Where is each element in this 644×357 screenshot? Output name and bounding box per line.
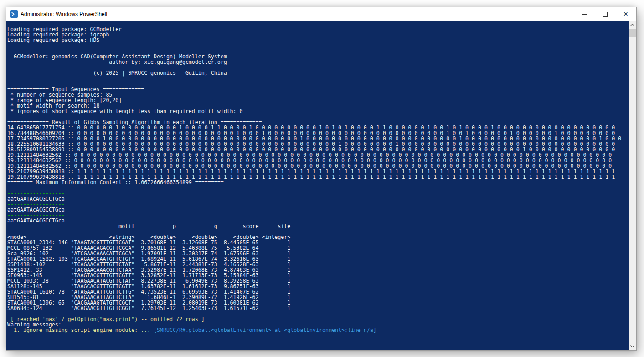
console-line: aatGAATAcACGCCTGca: [7, 196, 629, 202]
console-output[interactable]: Loading required package: GCModellerLoad…: [6, 21, 629, 350]
console-line: * ignores of short sequence with length …: [7, 109, 629, 114]
powershell-window: Administrator: Windows PowerShell × Load…: [6, 7, 636, 350]
minimize-button[interactable]: [573, 7, 594, 21]
console-line: [7, 43, 629, 48]
close-icon: ×: [623, 10, 628, 18]
scroll-thumb[interactable]: [629, 29, 636, 37]
minimize-icon: [582, 14, 587, 15]
scroll-up-icon: [630, 24, 634, 26]
console-line: Loading required package: HDS: [7, 37, 629, 43]
titlebar[interactable]: Administrator: Windows PowerShell ×: [6, 7, 636, 21]
scroll-down-icon: [630, 345, 634, 347]
window-title: Administrator: Windows PowerShell: [21, 11, 573, 17]
console-line: [7, 76, 629, 81]
console-line: SA0684:-124 "ACAGAACGTTTGTTCGGT" 7.76145…: [7, 305, 629, 311]
console-line: ------------------: [7, 191, 629, 196]
scroll-down-button[interactable]: [629, 342, 636, 350]
console-line: author by: xie.guigang@gcmodeller.org: [7, 59, 629, 65]
maximize-icon: [603, 12, 608, 17]
console-line: ------------------: [7, 202, 629, 207]
console-line: 1. ignore missing script engine module: …: [7, 327, 629, 333]
console-line: ------------------: [7, 212, 629, 218]
maximize-button[interactable]: [594, 7, 615, 21]
scrollbar[interactable]: [629, 21, 636, 350]
console-line: Loading required package: igraph: [7, 32, 629, 37]
caption-buttons: ×: [573, 7, 636, 21]
console-line: [7, 185, 629, 191]
console-line: * range of sequence length: [20,20]: [7, 98, 629, 103]
console-line: aatGAATAcACGCCTGca: [7, 207, 629, 212]
console-line: (c) 2025 | SMRUCC genomics - GuiLin, Chi…: [7, 70, 629, 76]
powershell-icon: [10, 10, 18, 18]
console-line: [ reached 'max' / getOption("max.print")…: [7, 316, 629, 322]
close-button[interactable]: ×: [615, 7, 636, 21]
scroll-up-button[interactable]: [629, 21, 636, 29]
console-line: ======== Maximum Information Content :: …: [7, 180, 629, 185]
